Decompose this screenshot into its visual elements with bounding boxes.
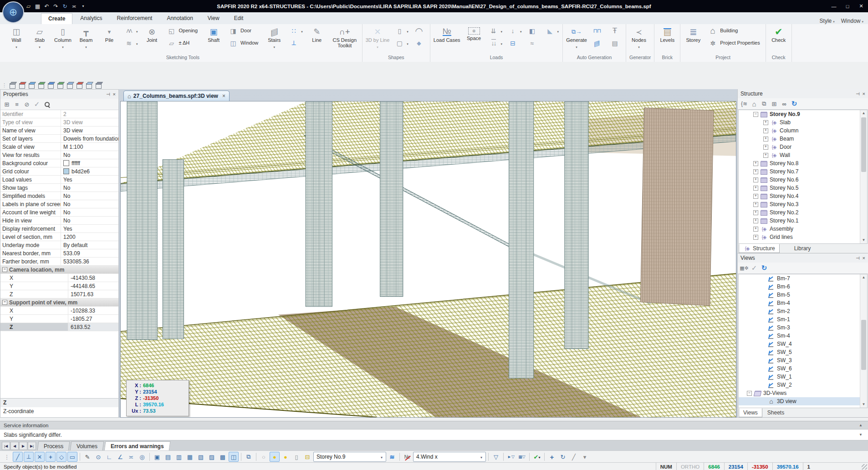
generate-stairs-button[interactable] <box>589 37 607 49</box>
property-row[interactable]: Grid colour b4d2e6 <box>0 167 118 176</box>
circle-mode-button[interactable] <box>93 452 103 462</box>
scroll-up-icon[interactable]: ▲ <box>860 110 867 116</box>
quick-access-more-button[interactable] <box>79 2 87 10</box>
home-view-button[interactable] <box>750 99 759 108</box>
close-tab-icon[interactable]: × <box>222 93 225 99</box>
add-to-view-button[interactable] <box>770 99 779 108</box>
structure-tree-item[interactable]: + Assembly <box>739 225 860 233</box>
expander-icon[interactable]: + <box>753 227 758 232</box>
structure-tree-item[interactable]: + Wall <box>739 151 860 159</box>
view-list-item[interactable]: − 3D-Views <box>739 389 860 397</box>
snap-edge-button[interactable] <box>67 452 77 462</box>
collapse-button[interactable] <box>580 452 590 462</box>
property-row[interactable]: Underlay mode By default <box>0 241 118 249</box>
report-button[interactable] <box>607 37 624 49</box>
column-button[interactable]: Column <box>51 25 74 55</box>
property-value[interactable]: Yes <box>61 225 118 232</box>
view-config-4-button[interactable] <box>185 452 195 462</box>
expander-icon[interactable]: + <box>753 186 758 191</box>
property-value[interactable]: 1200 <box>61 233 118 241</box>
style-menu[interactable]: Style▾ <box>820 18 835 24</box>
save-button[interactable] <box>34 2 42 10</box>
service-tab[interactable]: Errors and warnings <box>104 441 171 451</box>
property-row[interactable]: X -41430.58 <box>0 274 118 282</box>
scroll-down-icon[interactable]: ▼ <box>860 237 867 243</box>
beam-button[interactable]: Beam <box>75 25 97 55</box>
view-config-2-button[interactable] <box>163 452 173 462</box>
hopper-button[interactable] <box>411 37 429 49</box>
building-button[interactable]: Building <box>705 25 764 37</box>
view-cube-sketch[interactable] <box>66 81 74 89</box>
shaft-button[interactable]: Shaft <box>202 25 225 55</box>
resize-grip[interactable] <box>862 464 867 470</box>
expander-icon[interactable]: + <box>753 194 758 199</box>
property-value[interactable]: 533085.36 <box>61 258 118 265</box>
project-properties-button[interactable]: Project Properties <box>705 37 764 49</box>
property-value[interactable]: No <box>61 208 118 216</box>
view-cube-shaded[interactable] <box>85 81 93 89</box>
filter-pin-button[interactable] <box>491 452 501 462</box>
angle-button[interactable] <box>115 452 125 462</box>
property-value[interactable]: 533.09 <box>61 249 118 257</box>
ribbon-tab[interactable]: Edit <box>227 13 250 24</box>
property-row[interactable]: Hide in view No <box>0 217 118 225</box>
property-value[interactable]: b4d2e6 <box>61 167 118 175</box>
structure-tree-item[interactable]: + Storey No.1 <box>739 217 860 225</box>
view-list-item[interactable]: Bm-5 <box>739 291 860 299</box>
stairs-button[interactable]: Stairs <box>263 25 286 55</box>
scroll-up-icon[interactable]: ▲ <box>859 423 863 427</box>
structure-tree-item[interactable]: + Storey No.4 <box>739 192 860 200</box>
solid-button[interactable] <box>392 37 411 49</box>
expander-icon[interactable]: + <box>753 161 758 166</box>
property-value[interactable]: By default <box>61 241 118 249</box>
app-logo-icon[interactable]: ⊕ <box>2 1 24 23</box>
truss-button[interactable] <box>121 25 140 37</box>
joint-button[interactable]: Joint <box>141 25 163 55</box>
structure-tree-item[interactable]: + Beam <box>739 135 860 143</box>
property-row[interactable]: Level of section, mm 1200 <box>0 233 118 241</box>
service-message[interactable]: Slabs significantly differ. ▼ <box>0 430 868 440</box>
property-value[interactable]: -1805.27 <box>68 315 118 323</box>
view-list-item[interactable]: Sm-2 <box>739 307 860 315</box>
view-config-3-button[interactable] <box>174 452 184 462</box>
maximize-button[interactable]: □ <box>841 0 854 12</box>
search-button[interactable] <box>42 100 51 109</box>
view-list-item[interactable]: SW_5 <box>739 348 860 356</box>
hide-numbers-button[interactable] <box>402 452 412 462</box>
visibility-on-button[interactable] <box>281 452 291 462</box>
close-button[interactable]: ✕ <box>854 0 868 12</box>
levels-button[interactable]: Levels <box>656 25 679 55</box>
layers-button[interactable] <box>387 452 397 462</box>
view-list-item[interactable]: Sm-4 <box>739 332 860 340</box>
property-row[interactable]: Background colour ffffff <box>0 159 118 167</box>
distributed-load-button[interactable] <box>486 37 505 49</box>
property-row[interactable]: Y -44148.65 <box>0 282 118 290</box>
property-row[interactable]: Labels in plane of screen No <box>0 200 118 208</box>
refresh-structure-button[interactable] <box>790 99 799 108</box>
structure-tree-item[interactable]: + Door <box>739 143 860 151</box>
expander-icon[interactable]: + <box>753 210 758 215</box>
separator[interactable] <box>80 453 80 461</box>
structure-tree-item[interactable]: + Storey No.2 <box>739 208 860 217</box>
view-config-5-button[interactable] <box>196 452 206 462</box>
panel-tab[interactable]: Views <box>739 408 762 417</box>
property-value[interactable]: -41430.58 <box>68 274 118 282</box>
structure-tree-item[interactable]: + Column <box>739 126 860 135</box>
next-page-button[interactable] <box>19 442 27 450</box>
3d-by-line-button[interactable]: 3D by Line <box>364 25 392 55</box>
prev-page-button[interactable] <box>10 442 19 450</box>
property-value[interactable]: No <box>61 192 118 200</box>
ribbon-tab[interactable]: Analytics <box>73 13 109 24</box>
check-button[interactable]: Check <box>767 25 790 55</box>
expander-icon[interactable]: + <box>753 169 758 174</box>
expander-icon[interactable]: + <box>753 235 758 240</box>
property-value[interactable]: Yes <box>61 176 118 183</box>
property-value[interactable]: No <box>61 200 118 208</box>
dome-button[interactable] <box>411 25 429 37</box>
view-list-item[interactable]: Bm-4 <box>739 299 860 307</box>
rotate-button[interactable] <box>558 452 568 462</box>
view-list-item[interactable]: 3D view <box>739 397 860 405</box>
load-cases-button[interactable]: Load Cases <box>432 25 462 55</box>
panel-tab[interactable]: Structure <box>739 244 780 253</box>
expander-icon[interactable]: + <box>753 202 758 207</box>
